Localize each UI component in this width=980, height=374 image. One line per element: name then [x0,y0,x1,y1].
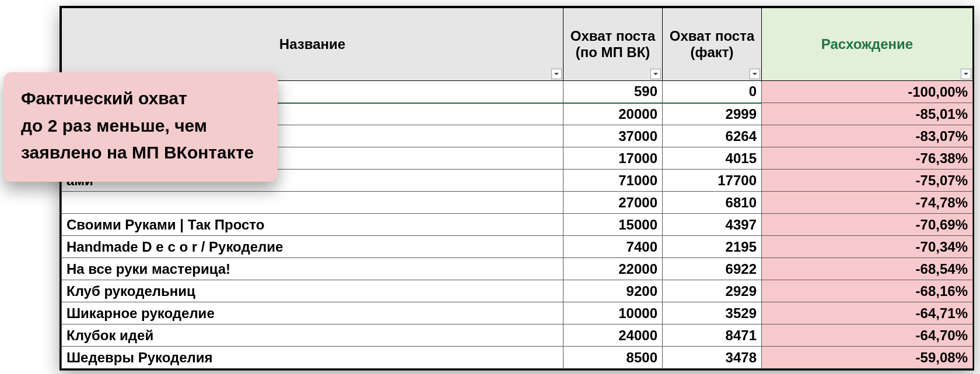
cell-reach-mp[interactable]: 10000 [564,302,663,324]
cell-name[interactable] [62,192,564,214]
cell-reach-fact[interactable]: 8471 [663,324,762,347]
cell-name[interactable]: Handmade D e c o r / Рукоделие [62,236,564,258]
header-reach-fact[interactable]: Охват поста (факт) [663,8,762,81]
cell-reach-fact[interactable]: 3529 [663,302,762,324]
cell-reach-fact[interactable]: 6922 [663,258,762,280]
cell-discrepancy[interactable]: -68,54% [762,258,973,280]
header-reach-fact-label: Охват поста (факт) [670,28,755,60]
cell-discrepancy[interactable]: -64,71% [762,302,973,324]
header-row: Название Охват поста (по МП ВК) Охват по… [62,8,973,81]
header-reach-mp[interactable]: Охват поста (по МП ВК) [564,8,663,81]
cell-discrepancy[interactable]: -100,00% [762,81,973,103]
cell-discrepancy[interactable]: -59,08% [762,347,973,369]
header-discrepancy-label: Расхождение [821,36,913,52]
cell-reach-mp[interactable]: 37000 [564,125,663,147]
table-row: Своими Руками | Так Просто150004397-70,6… [62,214,973,236]
table-row: Клуб рукодельниц92002929-68,16% [62,280,973,302]
filter-dropdown-icon[interactable] [961,69,971,79]
cell-name[interactable]: Клубок идей [62,324,564,347]
header-name[interactable]: Название [62,8,564,81]
cell-name[interactable]: Клуб рукодельниц [62,280,564,302]
callout-overlay: Фактический охват до 2 раз меньше, чем з… [4,72,278,182]
cell-reach-mp[interactable]: 17000 [564,147,663,170]
header-name-label: Название [279,36,345,52]
cell-reach-fact[interactable]: 17700 [663,170,762,192]
cell-discrepancy[interactable]: -70,34% [762,236,973,258]
cell-discrepancy[interactable]: -83,07% [762,125,973,147]
cell-reach-mp[interactable]: 8500 [564,347,663,369]
filter-dropdown-icon[interactable] [650,69,661,79]
cell-reach-fact[interactable]: 2929 [663,280,762,302]
cell-reach-fact[interactable]: 2999 [663,103,762,125]
cell-discrepancy[interactable]: -75,07% [762,170,973,192]
filter-dropdown-icon[interactable] [551,69,562,79]
cell-reach-fact[interactable]: 4015 [663,147,762,170]
cell-reach-fact[interactable]: 3478 [663,347,762,369]
cell-reach-fact[interactable]: 0 [663,81,762,103]
cell-reach-mp[interactable]: 20000 [564,103,663,125]
cell-reach-fact[interactable]: 4397 [663,214,762,236]
header-discrepancy[interactable]: Расхождение [762,8,973,81]
cell-reach-mp[interactable]: 9200 [564,280,663,302]
cell-reach-mp[interactable]: 590 [564,81,663,103]
table-row: Шикарное рукоделие100003529-64,71% [62,302,973,324]
cell-discrepancy[interactable]: -70,69% [762,214,973,236]
cell-reach-mp[interactable]: 27000 [564,192,663,214]
cell-discrepancy[interactable]: -64,70% [762,324,973,347]
cell-reach-mp[interactable]: 24000 [564,324,663,347]
table-row: На все руки мастерица!220006922-68,54% [62,258,973,280]
cell-discrepancy[interactable]: -85,01% [762,103,973,125]
cell-reach-mp[interactable]: 15000 [564,214,663,236]
table-row: Клубок идей240008471-64,70% [62,324,973,347]
filter-dropdown-icon[interactable] [750,69,760,79]
spreadsheet-frame: Название Охват поста (по МП ВК) Охват по… [60,6,974,371]
cell-name[interactable]: Своими Руками | Так Просто [62,214,564,236]
cell-reach-fact[interactable]: 2195 [663,236,762,258]
cell-name[interactable]: Шедевры Рукоделия [62,347,564,369]
cell-reach-mp[interactable]: 22000 [564,258,663,280]
table-row: Handmade D e c o r / Рукоделие74002195-7… [62,236,973,258]
header-reach-mp-label: Охват поста (по МП ВК) [570,28,656,60]
table-row: 270006810-74,78% [62,192,973,214]
cell-reach-mp[interactable]: 7400 [564,236,663,258]
cell-discrepancy[interactable]: -76,38% [762,147,973,170]
cell-name[interactable]: На все руки мастерица! [62,258,564,280]
cell-reach-fact[interactable]: 6810 [663,192,762,214]
cell-name[interactable]: Шикарное рукоделие [62,302,564,324]
cell-reach-mp[interactable]: 71000 [564,170,663,192]
cell-reach-fact[interactable]: 6264 [663,125,762,147]
cell-discrepancy[interactable]: -68,16% [762,280,973,302]
cell-discrepancy[interactable]: -74,78% [762,192,973,214]
table-row: Шедевры Рукоделия85003478-59,08% [62,347,973,369]
data-table: Название Охват поста (по МП ВК) Охват по… [61,8,973,369]
